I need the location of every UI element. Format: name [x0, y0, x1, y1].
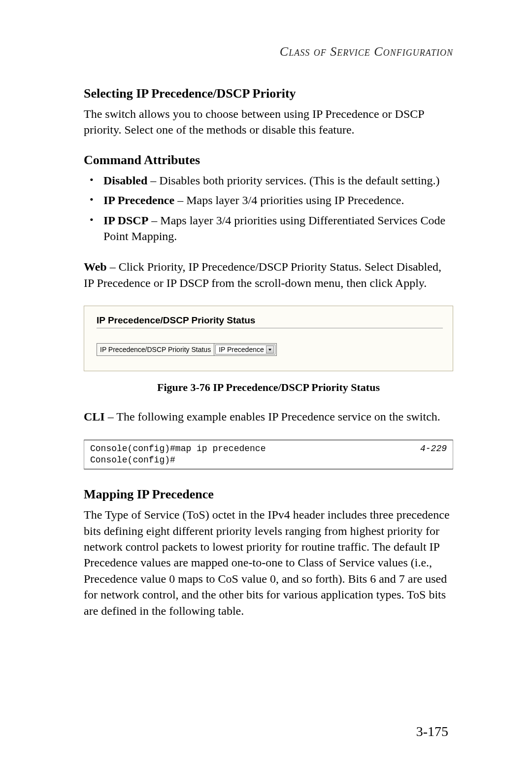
config-panel-title: IP Precedence/DSCP Priority Status: [97, 315, 443, 326]
command-attributes-list: Disabled – Disables both priority servic…: [84, 173, 453, 245]
svg-marker-0: [268, 349, 271, 351]
web-instruction: Web – Click Priority, IP Precedence/DSCP…: [84, 259, 453, 291]
list-item: IP DSCP – Maps layer 3/4 priorities usin…: [103, 212, 453, 245]
page-number: 3-175: [416, 724, 448, 739]
section-heading-mapping: Mapping IP Precedence: [84, 487, 453, 502]
attr-term: IP Precedence: [103, 194, 174, 207]
cli-reference: 4-229: [420, 443, 447, 466]
attr-term: IP DSCP: [103, 214, 148, 227]
config-panel: IP Precedence/DSCP Priority Status IP Pr…: [84, 306, 453, 371]
list-item: IP Precedence – Maps layer 3/4 prioritie…: [103, 192, 453, 208]
attr-desc: – Maps layer 3/4 priorities using IP Pre…: [174, 194, 404, 207]
divider: [97, 328, 443, 328]
command-attributes-heading: Command Attributes: [84, 153, 453, 168]
list-item: Disabled – Disables both priority servic…: [103, 173, 453, 188]
section-intro-text: The switch allows you to choose between …: [84, 106, 453, 138]
config-select-value: IP Precedence: [217, 346, 266, 353]
cli-text: – The following example enables IP Prece…: [105, 410, 440, 423]
cli-label: CLI: [84, 410, 105, 423]
cli-lines: Console(config)#map ip precedence Consol…: [90, 443, 266, 466]
chapter-header: Class of Service Configuration: [84, 44, 453, 59]
attr-desc: – Disables both priority services. (This…: [147, 174, 439, 187]
section-body-mapping: The Type of Service (ToS) octet in the I…: [84, 507, 453, 619]
attr-term: Disabled: [103, 174, 147, 187]
section-heading-selecting: Selecting IP Precedence/DSCP Priority: [84, 86, 453, 101]
cli-instruction: CLI – The following example enables IP P…: [84, 409, 453, 424]
chevron-down-icon: [266, 346, 274, 353]
cli-code-block: Console(config)#map ip precedence Consol…: [84, 440, 453, 470]
document-page: Class of Service Configuration Selecting…: [0, 0, 532, 663]
config-field-label: IP Precedence/DSCP Priority Status: [97, 344, 214, 355]
web-text: – Click Priority, IP Precedence/DSCP Pri…: [84, 260, 441, 289]
figure-caption: Figure 3-76 IP Precedence/DSCP Priority …: [84, 381, 453, 394]
config-row: IP Precedence/DSCP Priority Status IP Pr…: [97, 343, 277, 356]
config-select[interactable]: IP Precedence: [214, 344, 276, 355]
web-label: Web: [84, 260, 107, 273]
attr-desc: – Maps layer 3/4 priorities using Differ…: [103, 214, 445, 243]
